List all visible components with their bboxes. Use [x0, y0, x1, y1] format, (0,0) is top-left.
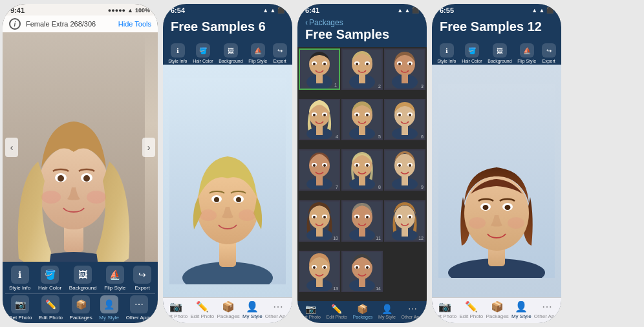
grid-cell-4[interactable]: 4	[299, 99, 340, 140]
back-link[interactable]: ‹ Packages	[305, 18, 419, 27]
cell-number-9: 9	[421, 185, 424, 189]
other-apps-tab-icon-3: ⋯	[408, 304, 417, 314]
hairstyle-grid: 1 2	[297, 47, 427, 301]
hair-color-btn-2[interactable]: 🪣 Hair Color	[193, 43, 213, 63]
svg-point-7	[83, 175, 90, 182]
svg-rect-51	[316, 125, 323, 135]
phone2-main-image	[163, 65, 292, 297]
camera-tab-icon-4: 📷	[438, 301, 451, 313]
next-arrow[interactable]: ›	[142, 138, 155, 157]
prev-arrow[interactable]: ‹	[5, 138, 18, 157]
phone-2: 6:54 ▲ ▲ ⬛ Free Samples 6 ℹ Style Info 🪣…	[163, 4, 292, 323]
phone3-header: ‹ Packages Free Samples	[297, 16, 427, 47]
packages-tab-4[interactable]: 📦 Packages	[486, 301, 509, 319]
packages-tab-2[interactable]: 📦 Packages	[217, 301, 240, 319]
style-info-btn-1[interactable]: ℹ Style Info	[9, 266, 30, 291]
edit-icon-1: ✏️	[41, 295, 59, 313]
svg-point-64	[398, 114, 401, 116]
export-btn-1[interactable]: ↪ Export	[133, 266, 151, 291]
style-info-btn-2[interactable]: ℹ Style Info	[168, 43, 187, 63]
background-btn-2[interactable]: 🖼 Background	[219, 43, 242, 63]
got-photo-tab-3[interactable]: 📷 Got Photo	[300, 304, 321, 319]
my-style-tab-3[interactable]: 👤 My Style	[378, 304, 396, 319]
background-btn-1[interactable]: 🖼 Background	[69, 266, 97, 291]
grid-cell-14[interactable]: 14	[341, 251, 383, 292]
phone1-header: i Female Extra 268/306 Hide Tools	[3, 16, 158, 32]
phone3-tabs: 📷 Got Photo ✏️ Edit Photo 📦 Packages 👤 M…	[297, 301, 427, 323]
cell-number-1: 1	[334, 83, 337, 87]
grid-cell-9[interactable]: 9	[384, 149, 425, 191]
svg-rect-115	[402, 227, 408, 237]
grid-cell-2[interactable]: 2	[341, 48, 383, 90]
grid-cell-11[interactable]: 11	[341, 200, 383, 242]
time-1: 9:41	[10, 6, 25, 14]
grid-cell-3[interactable]: 3	[384, 48, 425, 90]
phone4-tabs: 📷 Get Photo ✏️ Edit Photo 📦 Packages 👤 M…	[432, 297, 561, 323]
cell-number-3: 3	[421, 84, 424, 89]
flip-style-btn-2[interactable]: ⛵ Flip Style	[248, 43, 267, 63]
flip-style-btn-4[interactable]: ⛵ Flip Style	[517, 43, 536, 63]
grid-cell-6[interactable]: 6	[384, 99, 425, 140]
svg-point-140	[469, 217, 486, 229]
export-icon-2: ↪	[273, 43, 287, 58]
grid-cell-8[interactable]: 8	[341, 149, 383, 191]
packages-tab-icon-2: 📦	[222, 301, 235, 313]
svg-point-141	[508, 217, 524, 229]
other-apps-tab-3[interactable]: ⋯ Other Apps	[402, 304, 424, 319]
my-style-tab-4[interactable]: 👤 My Style	[511, 301, 531, 319]
grid-cell-5[interactable]: 5	[341, 99, 383, 140]
svg-rect-27	[316, 74, 323, 83]
battery-icon-1: 100%	[135, 7, 150, 14]
phone2-toolbar: ℹ Style Info 🪣 Hair Color 🖼 Background ⛵…	[163, 39, 292, 65]
other-apps-tab-1[interactable]: ⋯ Other Apps	[126, 295, 152, 321]
info-icon-1[interactable]: i	[9, 18, 21, 30]
grid-cell-7[interactable]: 7	[299, 149, 340, 191]
edit-photo-tab-3[interactable]: ✏️ Edit Photo	[327, 304, 347, 319]
svg-point-32	[356, 63, 358, 65]
svg-point-8	[41, 191, 61, 204]
my-style-tab-icon-3: 👤	[381, 304, 392, 314]
my-style-tab-1[interactable]: 👤 My Style	[99, 295, 119, 321]
cell-number-11: 11	[376, 236, 381, 240]
background-btn-4[interactable]: 🖼 Background	[488, 43, 511, 63]
thumb-3	[385, 50, 424, 89]
cell-number-4: 4	[336, 134, 338, 139]
cell-number-10: 10	[333, 236, 338, 240]
svg-rect-35	[359, 74, 365, 83]
grid-cell-13[interactable]: 13	[299, 251, 340, 292]
cell-number-6: 6	[421, 134, 424, 139]
export-btn-4[interactable]: ↪ Export	[542, 43, 556, 63]
my-style-tab-2[interactable]: 👤 My Style	[242, 301, 263, 319]
flip-style-btn-1[interactable]: ⛵ Flip Style	[104, 266, 125, 291]
grid-cell-1[interactable]: 1	[299, 48, 340, 90]
status-bar-1: 9:41 ●●●●● ▲ 100%	[3, 4, 158, 16]
edit-photo-tab-4[interactable]: ✏️ Edit Photo	[459, 301, 483, 319]
grid-cell-12[interactable]: 12	[384, 200, 425, 242]
get-photo-tab-4[interactable]: 📷 Get Photo	[433, 301, 456, 319]
export-btn-2[interactable]: ↪ Export	[273, 43, 287, 63]
svg-point-120	[313, 266, 316, 269]
phone4-title: Free Samples 12	[440, 19, 553, 34]
export-icon-1: ↪	[133, 266, 151, 284]
edit-photo-tab-1[interactable]: ✏️ Edit Photo	[39, 295, 63, 321]
hair-color-btn-4[interactable]: 🪣 Hair Color	[462, 43, 482, 63]
edit-tab-icon-2: ✏️	[196, 301, 209, 313]
get-photo-tab-1[interactable]: 📷 Get Photo	[8, 295, 32, 321]
grid-cell-empty	[384, 251, 425, 292]
get-photo-tab-2[interactable]: 📷 Get Photo	[164, 301, 188, 319]
svg-point-72	[313, 164, 316, 167]
svg-point-81	[366, 164, 369, 167]
edit-photo-tab-2[interactable]: ✏️ Edit Photo	[190, 301, 214, 319]
style-info-btn-4[interactable]: ℹ Style Info	[437, 43, 456, 63]
packages-tab-1[interactable]: 📦 Packages	[70, 295, 92, 321]
packages-tab-3[interactable]: 📦 Packages	[353, 304, 373, 319]
hide-tools-btn[interactable]: Hide Tools	[118, 20, 151, 28]
phone4-header: Free Samples 12	[432, 16, 561, 39]
other-apps-tab-4[interactable]: ⋯ Other Apps	[534, 301, 560, 319]
grid-cell-10[interactable]: 10	[299, 200, 340, 242]
phone-3: 6:41 ▲ ▲ ⬛ ‹ Packages Free Samples	[297, 4, 427, 323]
hair-color-btn-1[interactable]: 🪣 Hair Color	[38, 266, 61, 291]
svg-point-57	[366, 114, 369, 116]
svg-point-104	[356, 216, 358, 218]
other-apps-tab-2[interactable]: ⋯ Other Apps	[265, 301, 291, 319]
